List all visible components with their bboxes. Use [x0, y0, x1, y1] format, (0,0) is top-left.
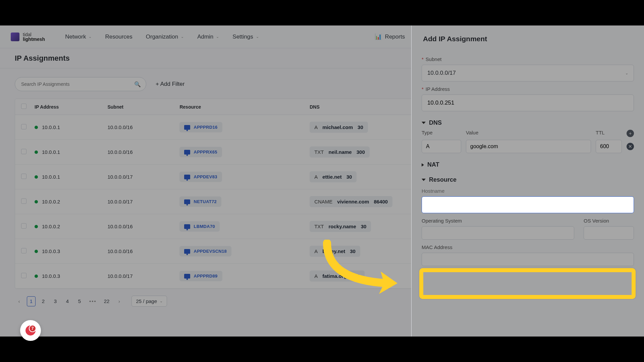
chevron-down-icon: ⌄ [256, 35, 259, 39]
page-ellipsis: ••• [87, 296, 99, 306]
nav-resources[interactable]: Resources [105, 34, 132, 40]
subnet-select[interactable]: 10.0.0.0/17⌄ [422, 65, 634, 81]
dns-chip[interactable]: CNAMEvivienne.com86400 [310, 196, 392, 207]
page-1[interactable]: 1 [27, 296, 36, 306]
dns-add-row-button[interactable]: + [627, 130, 634, 137]
status-dot-icon [35, 175, 38, 179]
osver-label: OS Version [584, 218, 634, 224]
chevron-down-icon: ⌄ [216, 35, 219, 39]
page-title: IP Assignments [15, 54, 70, 63]
dns-chip[interactable]: TXTneil.name300 [310, 146, 370, 158]
cell-subnet: 10.0.0.0/17 [103, 165, 175, 189]
cell-ip: 10.0.0.3 [31, 239, 103, 264]
status-dot-icon [35, 126, 38, 129]
dns-value-input[interactable]: google.com [466, 140, 591, 153]
dns-section-toggle[interactable]: DNS [422, 119, 634, 126]
nav-settings[interactable]: Settings⌄ [232, 34, 259, 40]
row-checkbox[interactable] [21, 198, 26, 204]
nav-admin[interactable]: Admin⌄ [197, 34, 219, 40]
col-subnet[interactable]: Subnet [103, 99, 175, 115]
chat-widget[interactable]: 7 [20, 320, 41, 341]
resource-chip[interactable]: APPDEV83 [179, 172, 222, 182]
nav-organization[interactable]: Organization⌄ [146, 34, 184, 40]
row-checkbox[interactable] [21, 149, 26, 154]
dns-type-header: Type [422, 130, 461, 137]
row-checkbox[interactable] [21, 124, 26, 129]
page-2[interactable]: 2 [39, 296, 48, 306]
chevron-down-icon: ⌄ [160, 299, 163, 303]
chat-icon: 7 [25, 325, 36, 336]
status-dot-icon [35, 250, 38, 253]
status-dot-icon [35, 150, 38, 154]
dns-ttl-input[interactable]: 600 [596, 140, 622, 153]
ip-address-input[interactable] [422, 95, 634, 111]
page-prev[interactable]: ‹ [15, 296, 23, 306]
monitor-icon [184, 175, 190, 179]
page-4[interactable]: 4 [63, 296, 72, 306]
row-checkbox[interactable] [21, 248, 26, 253]
select-all-checkbox[interactable] [21, 104, 26, 109]
os-input[interactable] [422, 226, 574, 240]
nav-reports[interactable]: 📊Reports [375, 33, 405, 40]
resource-chip[interactable]: APPPRX65 [179, 147, 222, 157]
resource-chip[interactable]: LBMDA70 [179, 221, 220, 232]
page-next[interactable]: › [115, 296, 123, 306]
cell-subnet: 10.0.0.0/16 [103, 115, 175, 140]
dns-chip[interactable]: Amichael.com30 [310, 122, 368, 133]
logo[interactable]: tidallightmesh [11, 32, 45, 42]
page-3[interactable]: 3 [51, 296, 60, 306]
search-icon[interactable]: 🔍 [134, 81, 141, 87]
annotation-highlight [419, 268, 636, 299]
resource-chip[interactable]: NETUAT72 [179, 196, 221, 207]
cell-subnet: 10.0.0.0/16 [103, 140, 175, 165]
monitor-icon [184, 274, 190, 279]
ip-label: *IP Address [422, 86, 634, 92]
annotation-arrow [320, 240, 418, 300]
cell-subnet: 10.0.0.0/17 [103, 189, 175, 214]
dns-remove-row-button[interactable]: ✕ [627, 143, 634, 150]
chart-icon: 📊 [375, 33, 382, 40]
page-last[interactable]: 22 [102, 296, 112, 306]
search-input[interactable] [15, 77, 146, 91]
panel-title: Add IP Assignment [422, 25, 634, 52]
dns-chip[interactable]: TXTrocky.name30 [310, 221, 371, 232]
col-ip[interactable]: IP Address [31, 99, 103, 115]
cell-ip: 10.0.0.1 [31, 140, 103, 165]
resource-chip[interactable]: APPPRD89 [179, 271, 222, 281]
resource-chip[interactable]: APPPRD16 [179, 122, 222, 132]
mac-address-input[interactable] [422, 253, 634, 266]
page-5[interactable]: 5 [75, 296, 84, 306]
row-checkbox[interactable] [21, 273, 26, 278]
cell-ip: 10.0.0.1 [31, 165, 103, 189]
cell-ip: 10.0.0.2 [31, 214, 103, 239]
cell-subnet: 10.0.0.0/17 [103, 264, 175, 289]
page-size-select[interactable]: 25 / page⌄ [131, 296, 167, 307]
monitor-icon [184, 150, 190, 155]
cell-ip: 10.0.0.1 [31, 115, 103, 140]
nav-network[interactable]: Network⌄ [65, 34, 92, 40]
row-checkbox[interactable] [21, 174, 26, 179]
col-resource[interactable]: Resource [175, 99, 306, 115]
os-version-input[interactable] [584, 226, 634, 240]
row-checkbox[interactable] [21, 223, 26, 229]
monitor-icon [184, 125, 190, 130]
dns-ttl-header: TTL [596, 130, 622, 137]
resource-section-toggle[interactable]: Resource [422, 176, 634, 183]
monitor-icon [184, 249, 190, 254]
mac-label: MAC Address [422, 244, 634, 250]
monitor-icon [184, 224, 190, 229]
dns-chip[interactable]: Aettie.net30 [310, 171, 357, 182]
chat-notification-count: 7 [29, 325, 36, 332]
hostname-input[interactable] [422, 196, 634, 213]
dns-type-input[interactable]: A [422, 140, 461, 153]
chevron-down-icon: ⌄ [625, 71, 628, 75]
resource-chip[interactable]: APPDEVSCN18 [179, 246, 231, 256]
monitor-icon [184, 199, 190, 204]
chevron-down-icon: ⌄ [181, 35, 184, 39]
logo-icon [11, 33, 19, 41]
add-filter-button[interactable]: + Add Filter [156, 81, 184, 87]
status-dot-icon [35, 200, 38, 203]
os-label: Operating System [422, 218, 574, 224]
status-dot-icon [35, 225, 38, 228]
nat-section-toggle[interactable]: NAT [422, 161, 634, 168]
